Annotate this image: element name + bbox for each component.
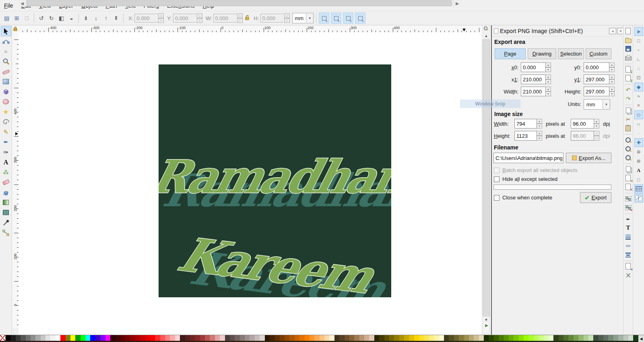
flip-horizontal-button[interactable]: ◧: [57, 13, 66, 23]
swatch-5f0000[interactable]: [120, 335, 125, 341]
swatch-fffbd5[interactable]: [439, 335, 444, 341]
units-dropdown[interactable]: mm ▼: [584, 99, 610, 110]
swatch-3f2f1a[interactable]: [334, 335, 339, 341]
swatch-e2a3a3[interactable]: [215, 335, 220, 341]
duplicate-icon[interactable]: [624, 165, 632, 173]
swatch-790000[interactable]: [125, 335, 130, 341]
swatch-9f3939[interactable]: [200, 335, 205, 341]
export-area-page-button[interactable]: Page: [495, 48, 526, 59]
align-distribute-icon[interactable]: [624, 251, 632, 259]
batch-export-checkbox-row[interactable]: Batch export all selected objects: [494, 167, 577, 173]
swatch-9f7b52[interactable]: [354, 335, 359, 341]
tool-measure-icon[interactable]: [1, 66, 11, 77]
swatch-c7a900[interactable]: [404, 335, 409, 341]
swatch-cfbe92[interactable]: [474, 335, 479, 341]
image-width-spinner[interactable]: ▲▼: [537, 119, 542, 129]
swatch-8e9e8e[interactable]: [613, 335, 618, 341]
export-as-button[interactable]: Export As...: [566, 153, 611, 163]
swatch-872929[interactable]: [195, 335, 200, 341]
swatch-877938[interactable]: [459, 335, 464, 341]
swatch-3f3a1a[interactable]: [444, 335, 449, 341]
layers-dialog-icon[interactable]: [624, 233, 632, 241]
swatch-930000[interactable]: [130, 335, 135, 341]
swatch-ff00ff[interactable]: [105, 335, 110, 341]
swatch-b3a5a5[interactable]: [250, 335, 254, 341]
swatch-3a5f00[interactable]: [494, 335, 499, 341]
swatch-c9e2b8[interactable]: [588, 335, 593, 341]
swatch-none[interactable]: [0, 335, 6, 341]
tool-tweak-icon[interactable]: ≈: [1, 46, 11, 56]
swatch-5f2f00[interactable]: [275, 335, 279, 341]
swatch-9f9052[interactable]: [464, 335, 469, 341]
swatch-ffc280[interactable]: [320, 335, 324, 341]
swatch-fff4aa[interactable]: [434, 335, 439, 341]
bbox-centers-toggle[interactable]: ⊡: [634, 73, 643, 82]
area-height-spinner[interactable]: ▲▼: [609, 87, 615, 96]
swatch-ddd4d4[interactable]: [260, 335, 264, 341]
export-button[interactable]: ✔ Export: [580, 192, 611, 203]
bbox-edges-toggle[interactable]: ▫: [634, 46, 643, 54]
image-height-spinner[interactable]: ▲▼: [537, 131, 542, 141]
swatch-fbd500[interactable]: [414, 335, 419, 341]
select-all-layers-button[interactable]: ⊞: [12, 13, 21, 23]
raise-to-top-button[interactable]: ⇞: [111, 13, 121, 23]
swatch-ff8080[interactable]: [165, 335, 170, 341]
document-save-icon[interactable]: [624, 45, 632, 53]
snap-other-points-toggle[interactable]: ✚: [634, 138, 643, 147]
swatch-7b9f52[interactable]: [574, 335, 578, 341]
swatch-ffaaaa[interactable]: [170, 335, 175, 341]
swatch-fff0d5[interactable]: [329, 335, 334, 341]
swatch-793c00[interactable]: [280, 335, 285, 341]
swatch-6f642e[interactable]: [454, 335, 459, 341]
flip-vertical-button[interactable]: ◒: [67, 13, 76, 23]
swatch-8000ff[interactable]: [100, 335, 105, 341]
swatch-717171[interactable]: [26, 335, 31, 341]
zoom-page-icon[interactable]: [624, 153, 632, 162]
swatch-937d00[interactable]: [394, 335, 399, 341]
menu-file[interactable]: File: [0, 1, 17, 10]
swatch-2b0000[interactable]: [110, 335, 115, 341]
swatch-8d8d8d[interactable]: [31, 335, 35, 341]
swatch-e17000[interactable]: [299, 335, 304, 341]
swatch-4a3c3c[interactable]: [225, 335, 230, 341]
canvas[interactable]: Ramadhan Kareem Ramadhan Kareem: [19, 32, 481, 328]
dpi-spinner-1[interactable]: ▲▼: [594, 119, 599, 129]
preferences-icon[interactable]: [624, 271, 632, 279]
swatch-516f2e[interactable]: [564, 335, 568, 341]
paste-icon[interactable]: [624, 124, 632, 132]
close-when-complete-row[interactable]: Close when complete: [494, 195, 552, 201]
swatch-796700[interactable]: [389, 335, 394, 341]
scroll-up-button[interactable]: ▲: [482, 33, 490, 39]
swatch-eaffd5[interactable]: [549, 335, 553, 341]
swatch-ad9300[interactable]: [399, 335, 404, 341]
swatch-897878[interactable]: [240, 335, 245, 341]
swatch-2a4500[interactable]: [489, 335, 493, 341]
lock-guides-icon[interactable]: [12, 25, 19, 32]
swatch-6aad00[interactable]: [509, 335, 514, 341]
object-centers-toggle[interactable]: ⊕: [634, 147, 643, 156]
swatch-e2e2e2[interactable]: [45, 335, 50, 341]
tool-mesh-icon[interactable]: [1, 207, 11, 218]
scale-rounded-corners-toggle[interactable]: [331, 12, 341, 24]
swatch-555555[interactable]: [21, 335, 25, 341]
swatch-746363[interactable]: [235, 335, 239, 341]
swatch-450000[interactable]: [115, 335, 120, 341]
tool-pen-icon[interactable]: ✒: [1, 137, 11, 147]
swatch-caff80[interactable]: [539, 335, 543, 341]
swatch-c6c6c6[interactable]: [41, 335, 45, 341]
swatch-405724[interactable]: [559, 335, 564, 341]
swatch-f2f2f2[interactable]: [50, 335, 55, 341]
x1-input[interactable]: [521, 75, 546, 84]
iconify-panel-button[interactable]: ◂: [609, 28, 616, 34]
swatch-ff5555[interactable]: [160, 335, 165, 341]
document-new-icon[interactable]: [624, 27, 632, 35]
swatch-bcc8bc[interactable]: [623, 335, 628, 341]
y-input[interactable]: [173, 14, 197, 23]
tool-star-icon[interactable]: ★: [1, 107, 11, 117]
cusp-nodes-toggle[interactable]: ◇: [634, 110, 643, 119]
vertical-scrollbar[interactable]: ▲ ▼: [481, 25, 491, 335]
scroll-left-button[interactable]: ◀: [19, 0, 25, 6]
text-dialog-icon[interactable]: T: [624, 224, 632, 232]
y0-input[interactable]: [584, 62, 609, 72]
line-midpoints-toggle[interactable]: ∙: [634, 129, 643, 138]
